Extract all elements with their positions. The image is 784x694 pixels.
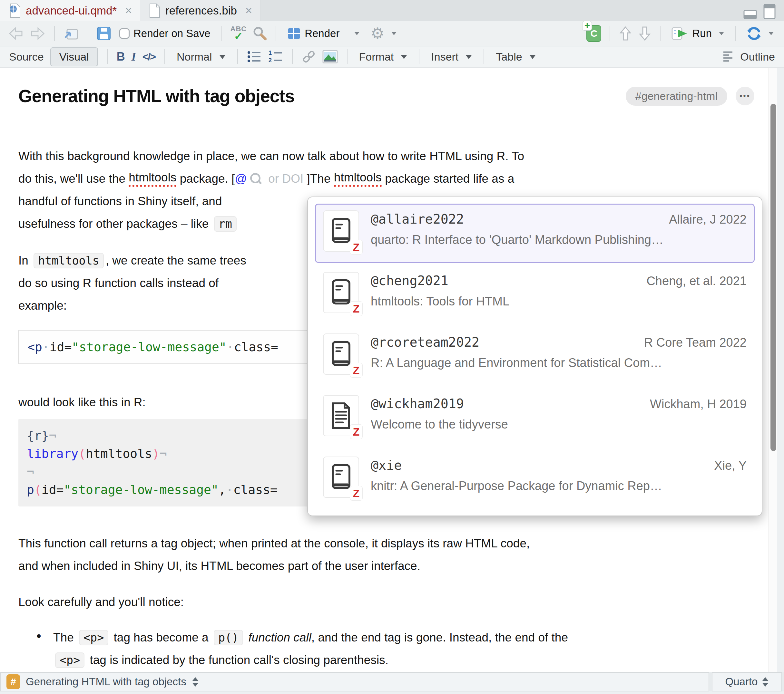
- forward-arrow-icon[interactable]: [30, 26, 46, 41]
- book-icon: [331, 279, 351, 306]
- section-navigator-label: Generating HTML with tag objects: [26, 676, 186, 688]
- divider: [165, 49, 165, 64]
- settings-dropdown-icon[interactable]: [391, 32, 397, 35]
- divider: [609, 26, 610, 41]
- italic-button[interactable]: I: [132, 50, 136, 64]
- citation-item[interactable]: Z @allaire2022 Allaire, J 2022 quarto: R…: [315, 204, 755, 263]
- citation-text: @allaire2022 Allaire, J 2022 quarto: R I…: [371, 209, 747, 257]
- outline-toggle[interactable]: Outline: [740, 51, 775, 63]
- render-icon: [287, 27, 301, 40]
- outline-icon: [722, 51, 735, 62]
- back-arrow-icon[interactable]: [8, 26, 24, 41]
- settings-button[interactable]: ⚙: [368, 24, 399, 43]
- visual-mode-button[interactable]: Visual: [50, 48, 98, 66]
- search-icon[interactable]: [252, 26, 267, 41]
- format-menu-label: Format: [359, 51, 394, 63]
- divider: [237, 49, 238, 64]
- divider: [54, 26, 55, 41]
- link-icon[interactable]: [302, 49, 316, 64]
- minimize-pane-icon[interactable]: [743, 7, 758, 20]
- close-icon[interactable]: ×: [125, 4, 132, 17]
- numbered-list-icon[interactable]: 12: [268, 50, 283, 64]
- citation-id: @allaire2022: [371, 212, 464, 227]
- close-icon[interactable]: ×: [245, 4, 252, 17]
- open-in-window-icon[interactable]: [63, 26, 79, 41]
- paragraph-style-dropdown[interactable]: Normal: [174, 49, 228, 65]
- sort-arrows-icon: [192, 677, 199, 687]
- chevron-down-icon: [466, 55, 472, 59]
- citation-text: @rcoreteam2022 R Core Team 2022 R: A Lan…: [371, 332, 747, 380]
- divider: [107, 49, 108, 64]
- divider: [419, 49, 419, 64]
- text-line: The <p> tag has become a p() function ca…: [53, 627, 754, 649]
- text-line: and when included in Shiny UI, its HTML …: [18, 555, 754, 577]
- citation-item[interactable]: Z @cheng2021 Cheng, et al. 2021 htmltool…: [315, 265, 755, 324]
- render-dropdown-icon[interactable]: [354, 32, 359, 35]
- source-dropdown-icon[interactable]: [769, 32, 774, 35]
- table-menu-label: Table: [496, 51, 522, 63]
- insert-menu[interactable]: Insert: [428, 49, 474, 65]
- render-on-save-toggle[interactable]: Render on Save: [117, 25, 213, 41]
- render-on-save-checkbox[interactable]: [119, 28, 130, 39]
- go-previous-section-icon[interactable]: [619, 26, 632, 41]
- citation-type-icon: Z: [323, 395, 359, 436]
- citation-text: @cheng2021 Cheng, et al. 2021 htmltools:…: [371, 271, 747, 319]
- spellcheck-icon[interactable]: ABC✓: [231, 25, 247, 41]
- citation-author: Xie, Y: [714, 459, 747, 473]
- format-toolbar: Source Visual B I </> Normal 12 Format I…: [0, 46, 784, 67]
- tab-advanced-ui-qmd[interactable]: advanced-ui.qmd* ×: [0, 0, 140, 21]
- divider: [88, 26, 88, 41]
- vertical-scrollbar[interactable]: [769, 68, 777, 672]
- bold-button[interactable]: B: [117, 50, 125, 64]
- save-icon[interactable]: [97, 26, 111, 41]
- citation-id: @xie: [371, 458, 402, 473]
- citation-item[interactable]: Z @wickham2019 Wickham, H 2019 Welcome t…: [315, 388, 755, 447]
- citation-title: quarto: R Interface to 'Quarto' Markdown…: [371, 233, 747, 247]
- tab-references-bib[interactable]: references.bib ×: [140, 0, 261, 21]
- citation-author: Allaire, J 2022: [669, 213, 747, 227]
- tab-label: references.bib: [165, 4, 237, 17]
- book-icon: [331, 340, 351, 368]
- sync-icon: [747, 26, 761, 41]
- section-options-button[interactable]: •••: [736, 87, 754, 105]
- zotero-badge: Z: [350, 425, 362, 439]
- format-menu[interactable]: Format: [357, 49, 410, 65]
- main-toolbar: Render on Save ABC✓ Render ⚙ +C Run: [0, 21, 784, 46]
- bullet-list: The <p> tag has become a p() function ca…: [18, 627, 754, 671]
- source-mode-button[interactable]: Source: [9, 51, 44, 63]
- document-mode-selector[interactable]: Quarto: [712, 672, 782, 691]
- go-next-section-icon[interactable]: [638, 26, 652, 41]
- render-on-save-label: Render on Save: [133, 27, 211, 39]
- render-button[interactable]: Render: [285, 25, 362, 42]
- run-button[interactable]: Run: [669, 25, 726, 43]
- svg-text:1: 1: [268, 50, 272, 56]
- chevron-down-icon: [401, 55, 407, 59]
- run-dropdown-icon[interactable]: [719, 32, 724, 35]
- editor-tab-bar: advanced-ui.qmd* × references.bib ×: [0, 0, 784, 21]
- render-label: Render: [305, 27, 339, 39]
- run-label: Run: [692, 27, 712, 39]
- section-navigator[interactable]: # Generating HTML with tag objects: [0, 672, 709, 691]
- source-document-button[interactable]: [744, 24, 776, 43]
- text-line: <p> tag is indicated by the function cal…: [53, 649, 754, 671]
- citation-type-icon: Z: [323, 272, 359, 313]
- divider: [221, 26, 222, 41]
- text-line: do this, we'll use the htmltools package…: [18, 168, 754, 190]
- citation-item[interactable]: Z @xie Xie, Y knitr: A General-Purpose P…: [315, 450, 755, 509]
- image-icon[interactable]: [322, 50, 338, 64]
- file-icon: [148, 3, 160, 18]
- table-menu[interactable]: Table: [493, 49, 538, 65]
- heading-hash-icon: #: [7, 674, 20, 689]
- divider: [484, 49, 484, 64]
- paragraph: Look carefully and you'll notice:: [18, 591, 754, 613]
- book-icon: [331, 464, 351, 491]
- citation-title: R: A Language and Environment for Statis…: [371, 356, 747, 370]
- inline-code-button[interactable]: </>: [142, 51, 155, 63]
- scrollbar-thumb[interactable]: [771, 104, 776, 451]
- citation-item[interactable]: Z @rcoreteam2022 R Core Team 2022 R: A L…: [315, 327, 755, 386]
- insert-chunk-button[interactable]: +C: [586, 25, 601, 42]
- search-icon: [250, 172, 262, 186]
- bullet-list-icon[interactable]: [247, 50, 262, 64]
- maximize-pane-icon[interactable]: [763, 3, 777, 20]
- citation-title: Welcome to the tidyverse: [371, 418, 747, 431]
